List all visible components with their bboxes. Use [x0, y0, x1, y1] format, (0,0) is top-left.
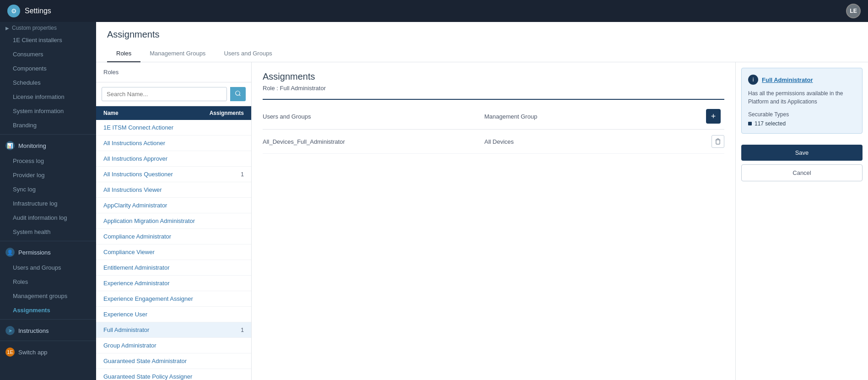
role-item[interactable]: Compliance Viewer: [96, 244, 251, 260]
col-mgmt-header: Management Group: [485, 113, 706, 120]
sidebar-item-schedules[interactable]: Schedules: [0, 76, 96, 90]
sidebar-item-users-and-groups[interactable]: Users and Groups: [0, 261, 96, 275]
selected-dot-icon: [748, 122, 752, 125]
monitoring-icon: 📊: [5, 141, 15, 150]
user-avatar[interactable]: LE: [846, 4, 861, 18]
roles-panel: Roles Name Assignments 1E ITSM Connect A…: [96, 62, 252, 380]
add-assignment-button[interactable]: +: [706, 109, 721, 124]
sidebar-item-license-information[interactable]: License information: [0, 90, 96, 104]
role-item-name[interactable]: All Instructions Approver: [103, 155, 207, 162]
info-panel: i Full Administrator Has all the permiss…: [735, 62, 868, 380]
roles-search-container: [96, 82, 251, 106]
role-item-name[interactable]: Group Administrator: [103, 342, 207, 349]
role-item-name[interactable]: Entitlement Administrator: [103, 264, 207, 271]
role-item-name[interactable]: Guaranteed State Policy Assigner: [103, 373, 207, 380]
selected-count-row: 117 selected: [748, 120, 856, 127]
sidebar-item-branding[interactable]: Branding: [0, 118, 96, 132]
sidebar-item-assignments[interactable]: Assignments: [0, 303, 96, 317]
role-description: Has all the permissions available in the…: [748, 89, 856, 106]
selected-count: 117 selected: [755, 120, 786, 127]
page-header: Assignments Roles Management Groups User…: [96, 22, 868, 62]
role-item[interactable]: All Instructions Actioner: [96, 136, 251, 151]
securable-types-label: Securable Types: [748, 111, 856, 118]
sidebar-item-roles[interactable]: Roles: [0, 275, 96, 289]
permissions-title: Permissions: [18, 249, 51, 256]
sidebar-item-1e-client-installers[interactable]: 1E Client installers: [0, 33, 96, 47]
role-item[interactable]: All Instructions Questioner 1: [96, 167, 251, 182]
page-title: Assignments: [107, 29, 857, 40]
role-item[interactable]: All Instructions Approver: [96, 151, 251, 167]
role-item[interactable]: Compliance Administrator: [96, 229, 251, 244]
role-item-name[interactable]: Application Migration Administrator: [103, 217, 207, 224]
custom-properties-item[interactable]: ▶ Custom properties: [0, 22, 96, 33]
role-item-count: 1: [207, 171, 244, 178]
info-actions: Save Cancel: [736, 139, 868, 187]
role-item-name[interactable]: Experience User: [103, 311, 207, 318]
sidebar-item-audit-information-log[interactable]: Audit information log: [0, 211, 96, 225]
role-item-name[interactable]: Guaranteed State Administrator: [103, 358, 207, 364]
role-item[interactable]: 1E ITSM Connect Actioner: [96, 120, 251, 136]
role-item[interactable]: Experience User: [96, 307, 251, 322]
role-item-name[interactable]: All Instructions Questioner: [103, 171, 207, 178]
switch-app-button[interactable]: 1E Switch app: [0, 343, 96, 361]
sidebar-item-system-health[interactable]: System health: [0, 225, 96, 239]
sidebar-item-process-log[interactable]: Process log: [0, 154, 96, 168]
col-name-header: Name: [103, 110, 207, 116]
role-item-name[interactable]: Experience Administrator: [103, 280, 207, 287]
role-item[interactable]: Experience Engagement Assigner: [96, 291, 251, 307]
roles-table-header: Name Assignments: [96, 106, 251, 120]
monitoring-title: Monitoring: [18, 142, 46, 149]
assignments-role-label: Role : Full Administrator: [263, 85, 724, 100]
instructions-section-header[interactable]: ➤ Instructions: [0, 321, 96, 339]
info-icon: i: [748, 75, 758, 85]
delete-assignment-button[interactable]: [712, 135, 724, 148]
assignment-users-groups: All_Devices_Full_Administrator: [263, 138, 485, 145]
search-input[interactable]: [102, 87, 227, 101]
role-item-name[interactable]: AppClarity Administrator: [103, 202, 207, 209]
assignments-panel: Assignments Role : Full Administrator Us…: [252, 62, 735, 380]
role-item[interactable]: Full Administrator 1: [96, 322, 251, 338]
sidebar-item-consumers[interactable]: Consumers: [0, 47, 96, 61]
role-item[interactable]: Entitlement Administrator: [96, 260, 251, 276]
tab-management-groups[interactable]: Management Groups: [140, 45, 215, 62]
role-item[interactable]: Experience Administrator: [96, 276, 251, 291]
tab-users-and-groups[interactable]: Users and Groups: [215, 45, 281, 62]
role-item[interactable]: Guaranteed State Administrator: [96, 353, 251, 369]
cancel-button[interactable]: Cancel: [741, 164, 863, 181]
search-button[interactable]: [230, 87, 246, 101]
role-item-name[interactable]: Full Administrator: [103, 326, 207, 333]
role-item-name[interactable]: All Instructions Actioner: [103, 140, 207, 147]
role-item[interactable]: Guaranteed State Policy Assigner: [96, 369, 251, 380]
sidebar-item-infrastructure-log[interactable]: Infrastructure log: [0, 196, 96, 211]
instructions-title: Instructions: [18, 327, 49, 334]
role-item[interactable]: All Instructions Viewer: [96, 182, 251, 198]
tab-roles[interactable]: Roles: [107, 45, 140, 62]
role-item-name[interactable]: Compliance Administrator: [103, 233, 207, 240]
col-users-header: Users and Groups: [263, 113, 485, 120]
role-item-name[interactable]: Compliance Viewer: [103, 249, 207, 255]
info-card-header: i Full Administrator: [748, 75, 856, 85]
settings-icon: ⚙: [7, 5, 20, 17]
content-area: Roles Name Assignments 1E ITSM Connect A…: [96, 62, 868, 380]
chevron-right-icon: ▶: [5, 26, 9, 31]
role-item[interactable]: Application Migration Administrator: [96, 213, 251, 229]
role-item-name[interactable]: Experience Engagement Assigner: [103, 295, 207, 302]
sidebar-item-management-groups[interactable]: Management groups: [0, 289, 96, 303]
role-item[interactable]: Group Administrator: [96, 338, 251, 353]
monitoring-section-header: 📊 Monitoring: [0, 136, 96, 154]
role-item-name[interactable]: All Instructions Viewer: [103, 186, 207, 193]
roles-list: 1E ITSM Connect Actioner All Instruction…: [96, 120, 251, 380]
sidebar-item-sync-log[interactable]: Sync log: [0, 182, 96, 196]
main-content: Assignments Roles Management Groups User…: [96, 22, 868, 380]
col-assignments-header: Assignments: [207, 110, 244, 116]
switch-app-label: Switch app: [18, 349, 48, 356]
switch-app-icon: 1E: [5, 347, 15, 357]
role-item[interactable]: AppClarity Administrator: [96, 198, 251, 213]
sidebar-item-components[interactable]: Components: [0, 61, 96, 76]
permissions-section-header: 👤 Permissions: [0, 243, 96, 261]
sidebar-item-system-information[interactable]: System information: [0, 104, 96, 118]
sidebar-item-provider-log[interactable]: Provider log: [0, 168, 96, 182]
role-item-name[interactable]: 1E ITSM Connect Actioner: [103, 124, 207, 131]
role-name-link[interactable]: Full Administrator: [762, 76, 813, 83]
save-button[interactable]: Save: [741, 145, 863, 161]
